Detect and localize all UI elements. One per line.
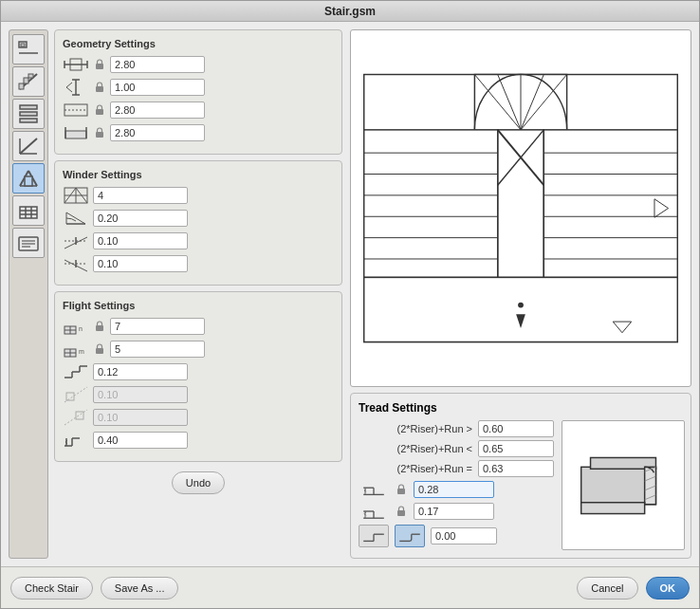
- lock-icon-2[interactable]: [93, 81, 106, 94]
- sidebar-item-7[interactable]: [12, 228, 45, 258]
- sidebar-item-1[interactable]: [12, 34, 45, 65]
- flight-lock-icon-2[interactable]: [93, 342, 106, 356]
- bottom-bar: Check Stair Save As ... Cancel OK: [1, 566, 699, 608]
- winder-field-row-2: [63, 209, 334, 228]
- flight-field-1-input[interactable]: [110, 318, 205, 335]
- flight-field-5-input[interactable]: [93, 409, 188, 426]
- flight-settings-group: Flight Settings n: [54, 291, 342, 462]
- svg-line-34: [66, 83, 72, 87]
- svg-line-35: [66, 87, 72, 92]
- svg-rect-16: [25, 176, 32, 186]
- tread-row-3: (2*Riser)+Run =: [359, 460, 554, 477]
- geometry-field-1-input[interactable]: [110, 56, 205, 73]
- svg-rect-5: [24, 78, 28, 83]
- svg-rect-43: [96, 132, 103, 138]
- lock-icon-1[interactable]: [93, 58, 106, 71]
- tread-label-2: (2*Riser)+Run <: [359, 443, 472, 454]
- winder-field-row-1: [63, 186, 334, 205]
- svg-text:n: n: [79, 325, 83, 332]
- winder-field-3-input[interactable]: [93, 232, 188, 249]
- svg-rect-116: [397, 489, 405, 494]
- svg-rect-98: [364, 130, 498, 278]
- sidebar-item-3[interactable]: [12, 99, 45, 129]
- geometry-field-row-1: [63, 55, 334, 74]
- winder-field-row-4: [63, 254, 334, 273]
- flight-settings-title: Flight Settings: [63, 300, 334, 311]
- lock-icon-4[interactable]: [93, 126, 106, 139]
- flight-field-3-input[interactable]: [93, 363, 188, 380]
- geometry-field-2-input[interactable]: [110, 79, 205, 96]
- save-as-button[interactable]: Save As ...: [101, 577, 179, 600]
- svg-rect-60: [96, 325, 103, 331]
- geometry-field-row-3: [63, 101, 334, 120]
- winder-field-4-input[interactable]: [93, 255, 188, 272]
- winder-angle-icon: [63, 209, 89, 228]
- tread-settings-bottom: (2*Riser)+Run > (2*Riser)+Run < (2*Riser…: [359, 420, 683, 550]
- svg-rect-72: [66, 393, 74, 400]
- svg-rect-40: [65, 131, 86, 138]
- flight-field-6-input[interactable]: [93, 432, 188, 449]
- cancel-button[interactable]: Cancel: [577, 577, 637, 600]
- geometry-field-row-2: [63, 78, 334, 97]
- geometry-field-3-input[interactable]: [110, 102, 205, 119]
- svg-rect-17: [20, 207, 37, 218]
- flight-field-row-6: [63, 431, 334, 450]
- svg-rect-123: [397, 510, 405, 516]
- svg-rect-6: [28, 74, 33, 78]
- stair-preview: [350, 29, 691, 387]
- flight-risers2-icon: m: [63, 340, 89, 359]
- tread-label-1: (2*Riser)+Run >: [359, 423, 472, 434]
- flight-lock-icon-1[interactable]: [93, 320, 106, 333]
- flight-tread1-icon: [63, 385, 89, 404]
- sidebar-item-6[interactable]: [12, 195, 45, 226]
- ok-button[interactable]: OK: [646, 577, 691, 600]
- flight-field-2-input[interactable]: [110, 341, 205, 358]
- nose-profile-btn-2[interactable]: [395, 525, 425, 547]
- title-bar: Stair.gsm: [1, 1, 699, 22]
- svg-rect-74: [76, 412, 83, 419]
- tread-value-2-input[interactable]: [478, 440, 554, 457]
- svg-rect-1: [21, 44, 25, 46]
- riser-height-icon: [359, 502, 389, 521]
- tread-depth-row: [359, 480, 554, 499]
- winder-count-icon: [63, 186, 89, 205]
- svg-rect-105: [364, 277, 678, 341]
- tread-profile-preview: [562, 420, 685, 550]
- riser-height-input[interactable]: [414, 503, 494, 520]
- flight-nosing1-icon: [63, 362, 89, 381]
- flight-field-row-1: n: [63, 317, 334, 336]
- tread-value-1-input[interactable]: [478, 420, 554, 437]
- tread-value-3-input[interactable]: [478, 460, 554, 477]
- tread-left: (2*Riser)+Run > (2*Riser)+Run < (2*Riser…: [359, 420, 554, 550]
- sidebar-item-5[interactable]: [12, 163, 45, 194]
- flight-field-row-3: [63, 362, 334, 381]
- winder-field-row-3: [63, 231, 334, 250]
- window-title: Stair.gsm: [324, 5, 376, 18]
- geometry-field-4-input[interactable]: [110, 124, 205, 141]
- tread-row-2: (2*Riser)+Run <: [359, 440, 554, 457]
- left-panel: Geometry Settings: [9, 29, 342, 559]
- lock-icon-3[interactable]: [93, 103, 106, 117]
- svg-rect-39: [96, 109, 103, 115]
- tread-lock-icon-2[interactable]: [395, 505, 408, 518]
- sidebar-item-2[interactable]: [12, 66, 45, 97]
- check-stair-button[interactable]: Check Stair: [10, 577, 93, 600]
- winder-field-2-input[interactable]: [93, 210, 188, 227]
- nose-profile-btn-1[interactable]: [359, 525, 389, 547]
- flight-height-icon: [63, 431, 89, 450]
- flight-field-4-input[interactable]: [93, 386, 188, 403]
- stair-width-icon: [63, 55, 89, 74]
- tread-depth-input[interactable]: [414, 481, 494, 498]
- svg-rect-132: [581, 502, 645, 513]
- nose-value-input[interactable]: [431, 527, 497, 544]
- tread-label-3: (2*Riser)+Run =: [359, 463, 472, 474]
- sidebar-item-4[interactable]: [12, 131, 45, 161]
- winder-field-1-input[interactable]: [93, 187, 188, 204]
- winder-offset1-icon: [63, 231, 89, 250]
- flight-tread2-icon: [63, 408, 89, 427]
- flight-risers1-icon: n: [63, 317, 89, 336]
- stair-height-icon: [63, 78, 89, 97]
- svg-rect-91: [543, 130, 677, 278]
- undo-button[interactable]: Undo: [172, 471, 225, 494]
- tread-lock-icon-1[interactable]: [395, 483, 408, 496]
